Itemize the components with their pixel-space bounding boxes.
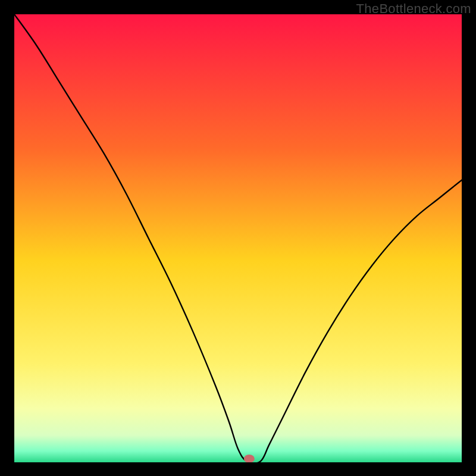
chart-canvas: [14, 14, 462, 462]
chart-svg: [14, 14, 462, 462]
watermark-text: TheBottleneck.com: [356, 1, 471, 17]
